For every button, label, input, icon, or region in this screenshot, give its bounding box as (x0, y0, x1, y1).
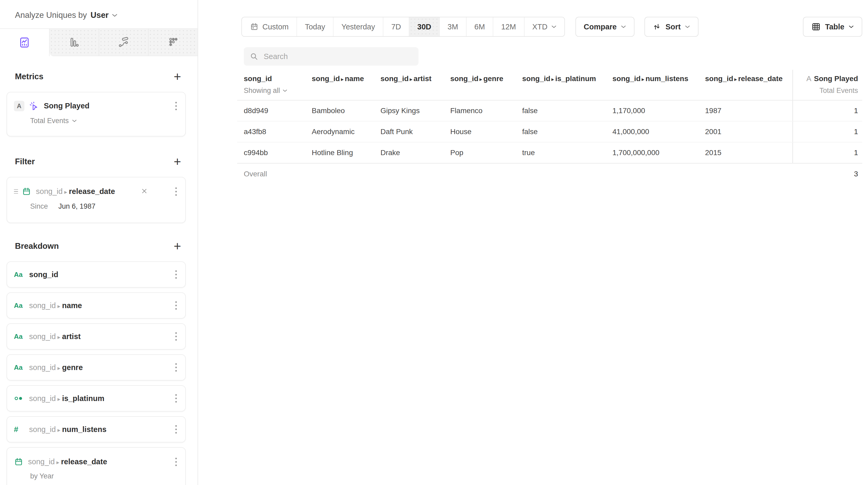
column-header-metric[interactable]: ASong Played Total Events (793, 70, 862, 100)
breakdown-item-num-listens[interactable]: # song_id ▸ num_listens (6, 416, 186, 443)
breakdown-more-button[interactable] (174, 299, 179, 312)
metric-event-name: Song Played (44, 101, 90, 110)
chevron-down-icon (621, 25, 626, 28)
property-arrow-icon: ▸ (58, 427, 60, 433)
metric-card[interactable]: A Song Played Total Events (6, 92, 186, 137)
breakdown-item-name[interactable]: Aa song_id ▸ name (6, 292, 186, 319)
overall-label: Overall (237, 163, 305, 184)
chevron-down-icon (112, 13, 118, 17)
breakdown-more-button[interactable] (174, 392, 179, 405)
date-range-label: 30D (417, 23, 431, 31)
date-range-6m[interactable]: 6M (466, 17, 493, 36)
breakdown-item-artist[interactable]: Aa song_id ▸ artist (6, 323, 186, 350)
search-input[interactable] (244, 47, 418, 66)
entity-value: User (91, 10, 108, 20)
column-header-artist[interactable]: song_id▸artist (374, 70, 444, 100)
tab-flows[interactable] (99, 29, 148, 56)
date-range-yesterday[interactable]: Yesterday (333, 17, 383, 36)
filter-property-parent: song_id (36, 187, 63, 195)
breakdown-more-button[interactable] (174, 330, 179, 343)
remove-filter-button[interactable] (140, 186, 149, 196)
column-header-is-platinum[interactable]: song_id▸is_platinum (516, 70, 606, 100)
breakdown-item-is-platinum[interactable]: song_id ▸ is_platinum (6, 385, 186, 412)
date-range-12m[interactable]: 12M (493, 17, 524, 36)
breakdown-bucket-modifier[interactable]: by Year (30, 472, 179, 480)
filter-value[interactable]: Jun 6, 1987 (59, 202, 95, 211)
column-header-genre[interactable]: song_id▸genre (444, 70, 516, 100)
text-type-icon: Aa (14, 302, 24, 310)
property-arrow-icon: ▸ (734, 76, 737, 82)
breakdown-item-song-id[interactable]: Aa song_id (6, 262, 186, 287)
tab-insights[interactable] (0, 29, 50, 56)
breakdown-title: Breakdown (15, 241, 59, 251)
sort-button[interactable]: Sort (645, 17, 699, 37)
column-parent: song_id (522, 74, 550, 83)
cell-num-listens: 1,170,000 (606, 100, 699, 121)
cell-is-platinum: false (516, 100, 606, 121)
date-range-3m[interactable]: 3M (439, 17, 466, 36)
filter-section-header: Filter + (6, 155, 186, 168)
text-type-icon: Aa (14, 271, 24, 279)
column-label: genre (483, 74, 503, 83)
breakdown-more-button[interactable] (174, 455, 179, 468)
breakdown-more-button[interactable] (174, 268, 179, 281)
add-filter-button[interactable]: + (172, 155, 183, 168)
breakdown-property-name: name (62, 301, 82, 310)
column-label: artist (413, 74, 431, 83)
breakdown-more-button[interactable] (174, 361, 179, 374)
filter-operator[interactable]: Since (30, 202, 48, 211)
metrics-title: Metrics (15, 72, 43, 81)
table-header-row: song_id Showing all song_id▸name song_id… (237, 70, 862, 100)
tab-retention[interactable] (148, 29, 197, 56)
query-sections: Metrics + A Song Played Total Events (0, 70, 197, 485)
date-range-xtd[interactable]: XTD (524, 17, 564, 36)
entity-selector[interactable]: User (91, 10, 118, 20)
breakdown-property-name: genre (62, 363, 83, 372)
chevron-down-icon (685, 25, 690, 28)
column-header-name[interactable]: song_id▸name (305, 70, 374, 100)
breakdown-more-button[interactable] (174, 423, 179, 436)
property-arrow-icon: ▸ (551, 76, 554, 82)
column-header-song-id[interactable]: song_id Showing all (237, 70, 305, 100)
property-arrow-icon: ▸ (410, 76, 412, 82)
metric-more-button[interactable] (174, 99, 179, 113)
analysis-prefix-label: Analyze Uniques by (15, 10, 87, 20)
cell-name: Aerodynamic (305, 122, 374, 142)
breakdown-item-release-date[interactable]: song_id ▸ release_date by Year (6, 447, 186, 485)
compare-button[interactable]: Compare (576, 17, 635, 37)
metric-aggregation[interactable]: Total Events (30, 117, 179, 125)
property-arrow-icon: ▸ (341, 76, 344, 82)
column-label: num_listens (646, 74, 688, 83)
date-range-today[interactable]: Today (297, 17, 333, 36)
breakdown-item-genre[interactable]: Aa song_id ▸ genre (6, 354, 186, 381)
filter-more-button[interactable] (174, 185, 179, 198)
add-metric-button[interactable]: + (172, 70, 183, 83)
flows-icon (118, 36, 130, 48)
column-header-release-date[interactable]: song_id▸release_date (699, 70, 793, 100)
close-icon (141, 187, 148, 195)
overall-value: 3 (793, 163, 862, 184)
breakdown-property-parent: song_id (29, 332, 56, 341)
add-breakdown-button[interactable]: + (172, 240, 183, 252)
property-arrow-icon: ▸ (642, 76, 645, 82)
showing-all-dropdown[interactable]: Showing all (244, 87, 303, 95)
view-type-button[interactable]: Table (803, 17, 862, 37)
cell-name: Hotline Bling (305, 143, 374, 163)
drag-handle[interactable] (14, 189, 18, 194)
column-label: song_id (244, 74, 303, 83)
column-header-num-listens[interactable]: song_id▸num_listens (606, 70, 699, 100)
cell-name: Bamboleo (305, 100, 374, 121)
metric-column-label: Song Played (814, 74, 858, 83)
table-overall-row: Overall 3 (237, 163, 862, 184)
metrics-section-header: Metrics + (6, 70, 186, 83)
date-range-30d[interactable]: 30D (409, 17, 439, 36)
date-range-7d[interactable]: 7D (383, 17, 409, 36)
tab-funnels[interactable] (50, 29, 99, 56)
chevron-down-icon (848, 25, 854, 28)
filter-card[interactable]: song_id ▸ release_date Since Jun 6, 1987 (6, 177, 186, 223)
breakdown-property-parent: song_id (29, 394, 56, 402)
chevron-down-icon (283, 89, 287, 92)
cell-song-id: a43fb8 (237, 122, 305, 142)
date-range-custom[interactable]: Custom (242, 17, 297, 36)
cell-genre: House (444, 122, 516, 142)
